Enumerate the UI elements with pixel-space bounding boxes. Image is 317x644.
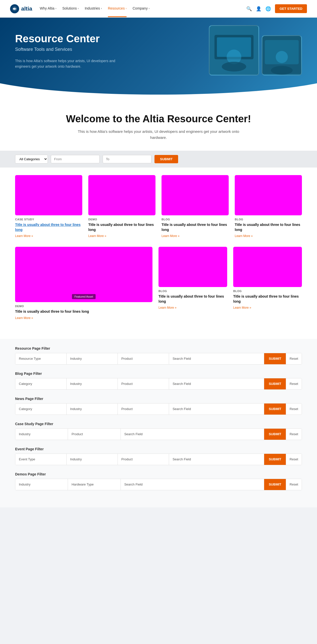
chevron-icon: ›: [149, 7, 149, 10]
svg-point-1: [13, 8, 15, 10]
news-industry-cell[interactable]: Industry: [67, 404, 118, 415]
card-3: BLOG Title is usually about three to fou…: [162, 175, 229, 238]
card-thumbnail-7: [233, 247, 302, 287]
event-product-cell[interactable]: Product: [118, 454, 169, 465]
card-link-6[interactable]: Learn More »: [158, 306, 227, 309]
card-link-3[interactable]: Learn More »: [162, 234, 229, 238]
category-select[interactable]: All Categories: [15, 155, 48, 164]
svg-point-6: [222, 62, 246, 72]
to-input[interactable]: [103, 155, 151, 163]
event-page-filter: Event Page Filter Event Type Industry Pr…: [15, 447, 302, 465]
nav-solutions[interactable]: Solutions ›: [62, 0, 79, 17]
card-link-2[interactable]: Learn More »: [88, 234, 155, 238]
nav-links: Why Altia › Solutions › Industries › Res…: [40, 0, 246, 17]
person-image-2: [262, 36, 301, 75]
news-filter-row: Category Industry Product Search Field S…: [15, 403, 302, 415]
resource-reset-button[interactable]: Reset: [286, 353, 302, 364]
chevron-icon: ›: [55, 7, 56, 10]
hero-wave: [0, 83, 317, 98]
logo-text: altia: [21, 6, 32, 12]
nav-industries[interactable]: Industries ›: [85, 0, 102, 17]
nav-why-altia[interactable]: Why Altia ›: [40, 0, 56, 17]
casestudy-product-cell[interactable]: Product: [68, 429, 121, 440]
card-link-7[interactable]: Learn More »: [233, 306, 302, 309]
card-link-4[interactable]: Learn More »: [235, 234, 302, 238]
card-type-2: DEMO: [88, 218, 155, 221]
blog-filter-title: Blog Page Filter: [15, 372, 302, 376]
casestudy-filter-title: Case Study Page Filter: [15, 422, 302, 426]
card-thumbnail-5: Featured Asset: [15, 247, 152, 302]
casestudy-filter-row: Industry Product Search Field SUBMIT Res…: [15, 428, 302, 440]
resource-search-cell[interactable]: Search Field: [169, 353, 264, 364]
blog-reset-button[interactable]: Reset: [286, 378, 302, 389]
resource-type-cell[interactable]: Resource Type: [15, 353, 67, 364]
card-type-6: BLOG: [158, 290, 227, 293]
nav-resources[interactable]: Resources ›: [108, 0, 127, 17]
news-category-cell[interactable]: Category: [15, 404, 67, 415]
nav-company[interactable]: Company ›: [133, 0, 149, 17]
card-title-4: Title is usually about three to four lin…: [235, 222, 302, 232]
blog-page-filter: Blog Page Filter Category Industry Produ…: [15, 372, 302, 390]
event-reset-button[interactable]: Reset: [286, 454, 302, 465]
news-search-cell[interactable]: Search Field: [169, 404, 264, 415]
globe-icon[interactable]: 🌐: [265, 6, 271, 12]
from-input[interactable]: [51, 155, 100, 163]
card-thumbnail-3: [162, 175, 229, 215]
card-7: BLOG Title is usually about three to fou…: [233, 247, 302, 320]
demos-search-cell[interactable]: Search Field: [121, 479, 264, 490]
hero-title: Resource Center: [15, 33, 187, 45]
filter-submit-button[interactable]: SUBMIT: [154, 155, 178, 163]
get-started-button[interactable]: GET STARTED: [275, 4, 307, 13]
blog-filter-row: Category Industry Product Search Field S…: [15, 378, 302, 390]
resource-submit-button[interactable]: SUBMIT: [264, 353, 286, 364]
casestudy-industry-cell[interactable]: Industry: [15, 429, 68, 440]
card-6: BLOG Title is usually about three to fou…: [158, 247, 227, 320]
blog-submit-button[interactable]: SUBMIT: [264, 378, 286, 389]
casestudy-reset-button[interactable]: Reset: [286, 429, 302, 440]
blog-industry-cell[interactable]: Industry: [67, 378, 118, 389]
search-icon[interactable]: 🔍: [246, 6, 252, 12]
card-thumbnail-6: [158, 247, 227, 287]
event-type-cell[interactable]: Event Type: [15, 454, 67, 465]
card-title-3: Title is usually about three to four lin…: [162, 222, 229, 232]
svg-point-9: [276, 51, 288, 63]
resource-product-cell[interactable]: Product: [118, 353, 169, 364]
card-thumbnail-2: [88, 175, 155, 215]
blog-product-cell[interactable]: Product: [118, 378, 169, 389]
resource-industry-cell[interactable]: Industry: [67, 353, 118, 364]
filter-bar: All Categories SUBMIT: [0, 151, 317, 168]
card-5: Featured Asset DEMO Title is usually abo…: [15, 247, 152, 320]
card-type-4: BLOG: [235, 218, 302, 221]
card-title-5: Title is usually about three to four lin…: [15, 309, 152, 314]
news-filter-title: News Page Filter: [15, 397, 302, 401]
card-thumbnail-4: [235, 175, 302, 215]
casestudy-search-cell[interactable]: Search Field: [121, 429, 264, 440]
news-submit-button[interactable]: SUBMIT: [264, 404, 286, 415]
event-search-cell[interactable]: Search Field: [169, 454, 264, 465]
news-product-cell[interactable]: Product: [118, 404, 169, 415]
cards-row-1: CASE STUDY Title is usually about three …: [15, 175, 302, 238]
demos-industry-cell[interactable]: Industry: [15, 479, 68, 490]
card-title-6: Title is usually about three to four lin…: [158, 294, 227, 304]
event-submit-button[interactable]: SUBMIT: [264, 454, 286, 465]
news-page-filter: News Page Filter Category Industry Produ…: [15, 397, 302, 415]
blog-search-cell[interactable]: Search Field: [169, 378, 264, 389]
blog-category-cell[interactable]: Category: [15, 378, 67, 389]
hero-image-1: [209, 25, 259, 75]
demos-submit-button[interactable]: SUBMIT: [264, 479, 286, 490]
event-industry-cell[interactable]: Industry: [67, 454, 118, 465]
card-link-1[interactable]: Learn More »: [15, 234, 82, 238]
hero-image-2: [262, 35, 302, 75]
casestudy-submit-button[interactable]: SUBMIT: [264, 429, 286, 440]
card-link-5[interactable]: Learn More »: [15, 316, 152, 320]
logo[interactable]: altia: [10, 4, 32, 13]
card-type-1: CASE STUDY: [15, 218, 82, 221]
welcome-title: Welcome to the Altia Resource Center!: [20, 113, 297, 125]
logo-icon: [10, 4, 19, 13]
demos-reset-button[interactable]: Reset: [286, 479, 302, 490]
news-reset-button[interactable]: Reset: [286, 404, 302, 415]
card-title-1[interactable]: Title is usually about three to four lin…: [15, 222, 82, 232]
chevron-icon: ›: [126, 7, 127, 10]
demos-hardware-cell[interactable]: Hardware Type: [68, 479, 121, 490]
user-icon[interactable]: 👤: [256, 6, 261, 12]
